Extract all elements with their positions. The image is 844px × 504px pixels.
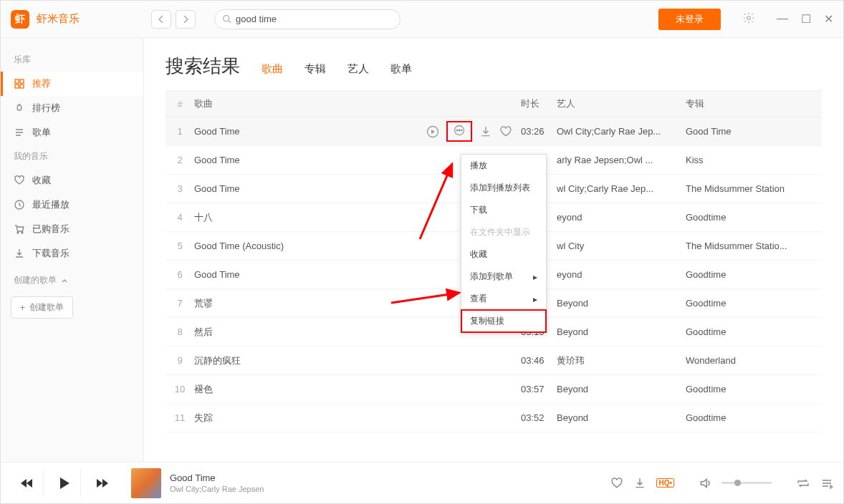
heart-icon[interactable] <box>499 125 512 138</box>
play-button[interactable] <box>48 469 81 498</box>
cell-index: 6 <box>166 269 194 280</box>
fire-icon <box>14 102 25 114</box>
svg-point-13 <box>461 130 462 131</box>
download-icon[interactable] <box>479 125 492 138</box>
cell-artist: 黄玠玮 <box>557 354 686 367</box>
create-playlist-button[interactable]: + 创建歌单 <box>11 296 73 319</box>
volume-icon[interactable] <box>699 477 711 490</box>
maximize-button[interactable]: ☐ <box>801 12 811 26</box>
cell-artist: wl City <box>557 241 686 251</box>
more-icon[interactable] <box>446 121 472 142</box>
ctx-add-playlist[interactable]: 添加到歌单▸ <box>461 266 546 288</box>
sidebar-item-recommend[interactable]: 推荐 <box>1 72 143 96</box>
cart-icon <box>14 223 25 235</box>
search-icon <box>222 14 231 24</box>
cell-album: Wonderland <box>686 355 822 366</box>
svg-rect-5 <box>20 84 24 88</box>
cell-artist: eyond <box>557 212 686 223</box>
ctx-play[interactable]: 播放 <box>461 155 546 177</box>
sidebar-label: 收藏 <box>32 174 51 187</box>
cell-index: 8 <box>166 326 194 337</box>
cell-album: Goodtime <box>686 384 822 394</box>
ctx-view[interactable]: 查看▸ <box>461 288 546 310</box>
table-row[interactable]: 9 沉静的疯狂 03:46 黄玠玮 Wonderland <box>166 346 822 375</box>
sidebar-item-recent[interactable]: 最近播放 <box>1 193 143 217</box>
play-icon[interactable] <box>426 125 439 138</box>
cell-artist: Owl City;Carly Rae Jep... <box>557 126 686 137</box>
queue-icon[interactable] <box>820 478 833 489</box>
cell-song: 沉静的疯狂 <box>194 354 521 367</box>
table-row[interactable]: 1 Good Time 03:26 Owl City;Carly Rae Jep… <box>166 117 822 146</box>
tab-albums[interactable]: 专辑 <box>304 62 326 76</box>
repeat-icon[interactable] <box>796 478 810 489</box>
prev-button[interactable] <box>11 469 44 498</box>
sidebar-item-playlists[interactable]: 歌单 <box>1 120 143 145</box>
search-box[interactable] <box>214 9 401 29</box>
ctx-add-queue[interactable]: 添加到播放列表 <box>461 177 546 199</box>
page-title: 搜索结果 <box>166 54 240 79</box>
album-art[interactable] <box>131 468 161 498</box>
tab-artists[interactable]: 艺人 <box>347 62 369 76</box>
cell-index: 11 <box>166 412 194 423</box>
cell-index: 4 <box>166 212 194 223</box>
nav-back-button[interactable] <box>151 10 171 29</box>
col-artist: 艺人 <box>557 97 686 110</box>
download-icon[interactable] <box>633 477 646 490</box>
cell-length: 03:52 <box>521 412 557 423</box>
chevron-right-icon: ▸ <box>533 294 537 304</box>
svg-rect-4 <box>15 84 19 88</box>
ctx-favorite[interactable]: 收藏 <box>461 243 546 266</box>
table-row[interactable]: 11 失踪 03:52 Beyond Goodtime <box>166 404 822 432</box>
cell-album: The Midsummer Statio... <box>686 241 822 251</box>
close-button[interactable]: ✕ <box>824 12 833 26</box>
download-icon <box>14 248 25 259</box>
sidebar-item-favorites[interactable]: 收藏 <box>1 168 143 193</box>
cell-index: 1 <box>166 126 194 137</box>
login-button[interactable]: 未登录 <box>658 9 721 30</box>
sidebar-label: 最近播放 <box>32 198 69 211</box>
player-bar: Good Time Owl City;Carly Rae Jepsen HQ• <box>1 462 843 503</box>
hq-badge[interactable]: HQ• <box>656 478 674 488</box>
ctx-download[interactable]: 下载 <box>461 199 546 221</box>
settings-icon[interactable] <box>742 11 755 27</box>
cell-artist: Beyond <box>557 412 686 423</box>
chevron-right-icon: ▸ <box>533 272 537 282</box>
tab-songs[interactable]: 歌曲 <box>262 62 283 76</box>
sidebar-section-created[interactable]: 创建的歌单 <box>1 266 143 292</box>
sidebar-label: 推荐 <box>32 77 51 90</box>
cell-artist: wl City;Carly Rae Jep... <box>557 183 686 194</box>
cell-album: Goodtime <box>686 326 822 337</box>
svg-rect-3 <box>20 79 24 83</box>
table-row[interactable]: 10 褪色 03:57 Beyond Goodtime <box>166 375 822 404</box>
nav-arrows <box>151 10 196 29</box>
sidebar-item-downloads[interactable]: 下载音乐 <box>1 241 143 266</box>
minimize-button[interactable]: — <box>777 12 788 26</box>
volume-slider[interactable] <box>721 482 772 484</box>
titlebar: 虾 虾米音乐 未登录 — ☐ ✕ <box>1 1 843 38</box>
search-input[interactable] <box>236 14 393 24</box>
sidebar-item-purchased[interactable]: 已购音乐 <box>1 217 143 241</box>
ctx-label: 查看 <box>470 293 487 305</box>
col-index: # <box>166 99 194 110</box>
clock-icon <box>14 199 25 210</box>
cell-index: 10 <box>166 384 194 394</box>
app-logo: 虾 <box>11 10 29 29</box>
list-icon <box>14 127 25 138</box>
next-button[interactable] <box>85 469 118 498</box>
cell-album: Goodtime <box>686 412 822 423</box>
ctx-copy-link[interactable]: 复制链接 <box>461 310 546 332</box>
cell-length: 03:46 <box>521 355 557 366</box>
player-controls <box>11 469 118 498</box>
favorite-icon[interactable] <box>610 477 623 490</box>
svg-point-7 <box>17 232 19 233</box>
tab-playlists[interactable]: 歌单 <box>390 62 412 76</box>
nav-forward-button[interactable] <box>176 10 196 29</box>
cell-index: 3 <box>166 183 194 194</box>
player-right-controls: HQ• <box>610 477 833 490</box>
sidebar-item-charts[interactable]: 排行榜 <box>1 96 143 120</box>
cell-song: Good Time <box>194 121 521 142</box>
svg-point-12 <box>459 130 460 131</box>
sidebar-label: 已购音乐 <box>32 223 69 236</box>
cell-song: 失踪 <box>194 412 521 425</box>
heart-icon <box>14 175 25 186</box>
